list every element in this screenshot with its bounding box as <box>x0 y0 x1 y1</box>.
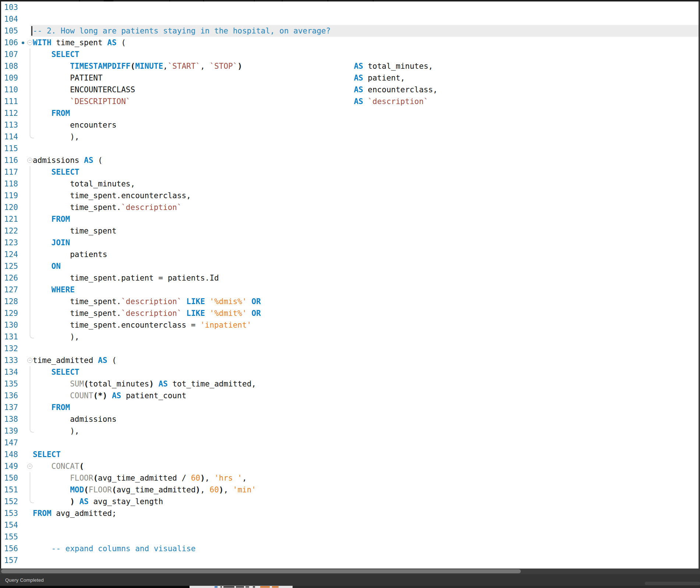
code-text[interactable]: SELECT <box>33 449 699 460</box>
code-line[interactable]: 148SELECT <box>1 449 699 460</box>
code-text[interactable] <box>33 13 699 25</box>
code-line[interactable]: 124 patients <box>1 249 699 260</box>
code-line[interactable]: 117 SELECT <box>1 166 699 178</box>
code-text[interactable]: patients <box>33 249 699 260</box>
code-line[interactable]: 136 COUNT(*) AS patient_count <box>1 390 699 402</box>
code-text[interactable]: WHERE <box>33 284 699 296</box>
code-line[interactable]: 139 ), <box>1 425 699 437</box>
fold-toggle-icon[interactable]: − <box>27 358 32 363</box>
code-line[interactable]: 155 <box>1 531 699 543</box>
fold-toggle-icon[interactable]: − <box>27 464 32 469</box>
code-line[interactable]: 126 time_spent.patient = patients.Id <box>1 272 699 284</box>
code-text[interactable]: ), <box>33 425 699 437</box>
code-line[interactable]: 125 ON <box>1 260 699 272</box>
code-line[interactable]: 116−admissions AS ( <box>1 154 699 166</box>
code-text[interactable]: FLOOR(avg_time_admitted / 60), 'hrs ', <box>33 472 699 484</box>
code-text[interactable]: time_spent.`description` LIKE '%dmit%' O… <box>33 307 699 319</box>
code-line[interactable]: 106−WITH time_spent AS ( <box>1 37 699 49</box>
code-text[interactable]: CONCAT( <box>33 460 699 472</box>
code-text[interactable]: time_spent.`description` <box>33 202 699 213</box>
code-text[interactable] <box>33 1 699 13</box>
code-line[interactable]: 110 ENCOUNTERCLASS AS encounterclass, <box>1 84 699 96</box>
code-text[interactable]: MOD(FLOOR(avg_time_admitted), 60), 'min' <box>33 484 699 496</box>
fold-toggle-icon[interactable]: − <box>27 158 32 163</box>
code-text[interactable] <box>33 143 699 154</box>
code-text[interactable]: ) AS avg_stay_length <box>33 496 699 507</box>
code-text[interactable] <box>33 437 699 449</box>
code-line[interactable]: 109 PATIENT AS patient, <box>1 72 699 84</box>
code-text[interactable] <box>33 343 699 354</box>
code-line[interactable]: 135 SUM(total_minutes) AS tot_time_admit… <box>1 378 699 390</box>
code-text[interactable]: SUM(total_minutes) AS tot_time_admitted, <box>33 378 699 390</box>
code-text[interactable]: SELECT <box>33 49 699 60</box>
code-text[interactable]: FROM avg_admitted; <box>33 507 699 519</box>
code-text[interactable]: SELECT <box>33 366 699 378</box>
code-line[interactable]: 149− CONCAT( <box>1 460 699 472</box>
code-text[interactable] <box>33 531 699 543</box>
code-line[interactable]: 151 MOD(FLOOR(avg_time_admitted), 60), '… <box>1 484 699 496</box>
code-line[interactable]: 118 total_minutes, <box>1 178 699 190</box>
code-text[interactable]: ON <box>33 260 699 272</box>
code-line[interactable]: 115 <box>1 143 699 154</box>
code-line[interactable]: 111 `DESCRIPTION` AS `description` <box>1 96 699 107</box>
code-text[interactable]: WITH time_spent AS ( <box>33 37 699 49</box>
code-text[interactable]: PATIENT AS patient, <box>33 72 699 84</box>
code-line[interactable]: 150 FLOOR(avg_time_admitted / 60), 'hrs … <box>1 472 699 484</box>
code-line[interactable]: 108 TIMESTAMPDIFF(MINUTE,`START`, `STOP`… <box>1 60 699 72</box>
code-line[interactable]: 121 FROM <box>1 213 699 225</box>
code-text[interactable]: admissions AS ( <box>33 154 699 166</box>
code-line[interactable]: 157 <box>1 555 699 566</box>
code-text[interactable]: admissions <box>33 413 699 425</box>
sql-code-editor[interactable]: 103104105-- 2. How long are patients sta… <box>1 1 699 567</box>
code-text[interactable]: ), <box>33 131 699 143</box>
code-line[interactable]: 147 <box>1 437 699 449</box>
code-line[interactable]: 133−time_admitted AS ( <box>1 354 699 366</box>
code-line[interactable]: 134 SELECT <box>1 366 699 378</box>
code-line[interactable]: 105-- 2. How long are patients staying i… <box>1 25 699 37</box>
code-line[interactable]: 154 <box>1 519 699 531</box>
code-text[interactable]: -- 2. How long are patients staying in t… <box>33 25 699 37</box>
code-text[interactable]: FROM <box>33 107 699 119</box>
code-text[interactable]: time_admitted AS ( <box>33 354 699 366</box>
code-line[interactable]: 114 ), <box>1 131 699 143</box>
code-text[interactable]: COUNT(*) AS patient_count <box>33 390 699 402</box>
code-text[interactable]: TIMESTAMPDIFF(MINUTE,`START`, `STOP`) AS… <box>33 60 699 72</box>
code-text[interactable]: FROM <box>33 402 699 413</box>
code-text[interactable]: SELECT <box>33 166 699 178</box>
code-text[interactable]: ), <box>33 331 699 343</box>
code-line[interactable]: 104 <box>1 13 699 25</box>
horizontal-scrollbar-track[interactable] <box>0 569 700 574</box>
code-text[interactable] <box>33 519 699 531</box>
code-text[interactable]: time_spent.encounterclass, <box>33 190 699 202</box>
code-line[interactable]: 152 ) AS avg_stay_length <box>1 496 699 507</box>
code-text[interactable]: time_spent.encounterclass = 'inpatient' <box>33 319 699 331</box>
code-line[interactable]: 132 <box>1 343 699 354</box>
code-text[interactable]: time_spent.`description` LIKE '%dmis%' O… <box>33 296 699 307</box>
code-line[interactable]: 138 admissions <box>1 413 699 425</box>
code-line[interactable]: 119 time_spent.encounterclass, <box>1 190 699 202</box>
code-text[interactable]: ENCOUNTERCLASS AS encounterclass, <box>33 84 699 96</box>
code-text[interactable]: total_minutes, <box>33 178 699 190</box>
code-line[interactable]: 127 WHERE <box>1 284 699 296</box>
code-text[interactable]: `DESCRIPTION` AS `description` <box>33 96 699 107</box>
code-line[interactable]: 137 FROM <box>1 402 699 413</box>
code-text[interactable]: -- expand columns and visualise <box>33 543 699 555</box>
status-bar-scrollbar-thumb[interactable] <box>645 582 700 585</box>
code-line[interactable]: 129 time_spent.`description` LIKE '%dmit… <box>1 307 699 319</box>
code-text[interactable]: time_spent.patient = patients.Id <box>33 272 699 284</box>
code-text[interactable]: encounters <box>33 119 699 131</box>
code-line[interactable]: 131 ), <box>1 331 699 343</box>
fold-toggle-icon[interactable]: − <box>27 40 32 45</box>
code-text[interactable]: JOIN <box>33 237 699 249</box>
code-line[interactable]: 123 JOIN <box>1 237 699 249</box>
code-line[interactable]: 112 FROM <box>1 107 699 119</box>
code-line[interactable]: 130 time_spent.encounterclass = 'inpatie… <box>1 319 699 331</box>
code-line[interactable]: 120 time_spent.`description` <box>1 202 699 213</box>
code-line[interactable]: 113 encounters <box>1 119 699 131</box>
code-line[interactable]: 103 <box>1 1 699 13</box>
code-text[interactable] <box>33 555 699 566</box>
code-line[interactable]: 156 -- expand columns and visualise <box>1 543 699 555</box>
code-text[interactable]: time_spent <box>33 225 699 237</box>
code-line[interactable]: 107 SELECT <box>1 49 699 60</box>
code-line[interactable]: 153FROM avg_admitted; <box>1 507 699 519</box>
